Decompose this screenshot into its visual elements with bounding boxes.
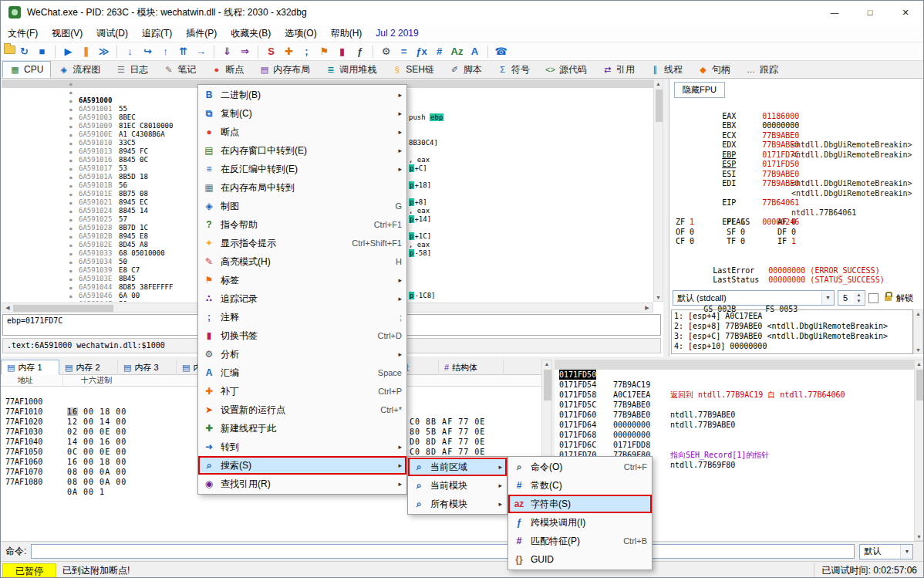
breakpoint-dot[interactable]: ● — [69, 156, 73, 164]
tab-symbols[interactable]: Σ 符号 — [490, 61, 538, 78]
menu-find-references[interactable]: ◉ 查找引用(R) ▸ — [198, 475, 406, 493]
register-row[interactable]: ESI77B9ABE0 <ntdll.DbgUiRemoteBreakin> — [676, 160, 922, 170]
menu-follow-in-dump[interactable]: ▤ 在内存窗口中转到(E) ▸ — [198, 141, 406, 160]
fx-icon[interactable]: ƒx — [413, 44, 430, 59]
step-over-icon[interactable]: ↪ — [139, 44, 157, 59]
preferences-icon[interactable]: A — [466, 44, 484, 59]
breakpoint-dot[interactable]: ● — [69, 181, 73, 190]
menu-plugins[interactable]: 插件(P) — [179, 24, 224, 42]
cpu-flag[interactable]: DF 0 — [777, 228, 828, 238]
stack-row[interactable]: 0171FD70 D60FE6D6 — [555, 440, 914, 450]
breakpoint-dot[interactable]: ● — [69, 173, 73, 181]
menu-binary[interactable]: B 二进制(B) ▸ — [198, 86, 406, 104]
register-row[interactable]: EBP0171FD7C — [676, 140, 922, 150]
stack-row[interactable]: 0171FD60 00000000 — [555, 400, 914, 410]
tab-call-stack[interactable]: ≣ 调用堆栈 — [318, 61, 384, 78]
stack-row[interactable]: 0171FD50 77B9AC19 返回到 ntdll.77B9AC19 自 n… — [555, 360, 914, 370]
tab-struct[interactable]: # 结构体 — [439, 360, 504, 375]
phone-icon[interactable]: ☎ — [492, 44, 510, 59]
calculator-icon[interactable]: = — [395, 44, 413, 59]
restart-icon[interactable]: ↻ — [15, 44, 33, 59]
menu-search-all-modules[interactable]: ⌕ 所有模块 ▸ — [408, 495, 507, 513]
step-out-icon[interactable]: ↑ — [157, 44, 174, 59]
scroll-up-icon[interactable]: ▲ — [654, 81, 663, 86]
unlock-checkbox[interactable] — [868, 293, 878, 303]
register-row[interactable]: ECX77B9ABE0 <ntdll.DbgUiRemoteBreakin> — [676, 121, 922, 131]
call-argument[interactable]: 2: [esp+8] 77B9ABE0 <ntdll.DbgUiRemoteBr… — [674, 321, 910, 331]
menu-file[interactable]: 文件(F) — [1, 24, 45, 42]
breakpoint-dot[interactable]: ● — [69, 207, 73, 215]
stop-icon[interactable]: ■ — [33, 44, 51, 59]
spin-up-icon[interactable]: ▲ — [854, 292, 864, 298]
breakpoint-dot[interactable]: ● — [69, 122, 73, 130]
menu-view[interactable]: 视图(V) — [45, 24, 89, 42]
argument-count-stepper[interactable]: 5▲▼ — [838, 290, 865, 306]
menu-analysis[interactable]: ⚙ 分析 ▸ — [198, 345, 406, 363]
breakpoint-dot[interactable]: ● — [69, 105, 73, 113]
breakpoint-dot[interactable]: ● — [69, 96, 73, 105]
maximize-button[interactable]: □ — [852, 1, 888, 24]
breakpoint-dot[interactable]: ● — [69, 198, 73, 207]
cpu-flag[interactable]: TF 0 — [727, 237, 777, 247]
tab-notes[interactable]: ✎ 笔记 — [156, 61, 204, 78]
tab-log[interactable]: ☰ 日志 — [108, 61, 156, 78]
menu-search-guid[interactable]: {} GUID — [508, 550, 652, 569]
run-to-return-icon[interactable]: ⇈ — [174, 44, 192, 59]
tab-source[interactable]: <> 源代码 — [538, 61, 595, 78]
register-row[interactable]: ESP0171FD50 — [676, 150, 922, 161]
stack-row[interactable]: 0171FD58 77B9ABE0 ntdll.77B9ABE0 — [555, 380, 914, 390]
spin-down-icon[interactable]: ▼ — [854, 298, 864, 304]
command-script-select[interactable]: 默认▼ — [859, 544, 913, 559]
close-button[interactable]: ✕ — [888, 1, 923, 24]
tab-references[interactable]: ⇄ 引用 — [595, 61, 642, 78]
stack-row[interactable]: 0171FD6C 77B69F80 ntdll.77B69F80 — [555, 430, 914, 440]
breakpoint-dot[interactable]: ● — [69, 88, 73, 96]
call-argument[interactable]: 1: [esp+4] A0C17EEA — [674, 311, 910, 321]
strings-icon[interactable]: Az — [448, 44, 466, 59]
menu-goto[interactable]: ➜ 转到 ▸ — [198, 438, 406, 456]
menu-toggle-bookmark[interactable]: ▮ 切换书签 Ctrl+D — [198, 326, 406, 345]
tab-handles[interactable]: ◆ 句柄 — [690, 61, 738, 78]
register-row[interactable] — [676, 198, 922, 208]
menu-breakpoint[interactable]: ● 断点 ▸ — [198, 123, 406, 141]
tab-dump-2[interactable]: ▤ 内存 2 — [59, 360, 118, 375]
breakpoint-dot[interactable]: ● — [69, 224, 73, 232]
register-row[interactable]: EAX01186000 — [676, 102, 922, 112]
breakpoint-dot[interactable]: ● — [69, 292, 73, 300]
breakpoint-dot[interactable]: ● — [69, 283, 73, 292]
args-scrollbar[interactable]: ▲ ▼ — [913, 309, 923, 354]
menu-search-constant[interactable]: # 常数(C) — [508, 476, 652, 495]
chevron-down-icon[interactable]: ▼ — [821, 291, 834, 305]
menu-graph[interactable]: ◈ 制图 G — [198, 197, 406, 215]
menu-patch[interactable]: ✚ 补丁 Ctrl+P — [198, 382, 406, 401]
menu-search-command[interactable]: ⌕ 命令(O) Ctrl+F — [508, 458, 652, 476]
tab-trace[interactable]: … 跟踪 — [738, 61, 786, 78]
menu-follow-in-disassembler[interactable]: ≡ 在反汇编中转到(E) ▸ — [198, 160, 406, 178]
register-row[interactable]: EDI77B9ABE0 <ntdll.DbgUiRemoteBreakin> — [676, 170, 922, 180]
tab-script[interactable]: ✐ 脚本 — [442, 61, 490, 78]
call-argument[interactable]: 3: [esp+C] 77B9ABE0 <ntdll.DbgUiRemoteBr… — [674, 331, 910, 341]
scroll-down-icon[interactable]: ▼ — [654, 295, 663, 300]
menu-trace-record[interactable]: ∴ 追踪记录 ▸ — [198, 289, 406, 308]
breakpoint-dot[interactable]: ● — [69, 113, 73, 122]
tab-memory-map[interactable]: ▤ 内存布局 — [251, 61, 318, 78]
breakpoint-dot[interactable]: ● — [69, 164, 73, 173]
menu-label[interactable]: ⚑ 标签 ▸ — [198, 271, 406, 289]
stack-row[interactable]: 0171FD64 00000000 — [555, 410, 914, 420]
register-row[interactable]: EBX00000000 — [676, 112, 922, 122]
menu-show-mnemonic-brief[interactable]: ✦ 显示指令提示 Ctrl+Shift+F1 — [198, 234, 406, 252]
menu-search-current-region[interactable]: ⌕ 当前区域 ▸ — [408, 458, 507, 476]
disasm-vertical-scrollbar[interactable]: ▲ ▼ — [653, 79, 663, 302]
breakpoint-dot[interactable]: ● — [69, 249, 73, 258]
menu-comment[interactable]: ; 注释 ; — [198, 308, 406, 326]
menu-copy[interactable]: ⧉ 复制(C) ▸ — [198, 104, 406, 123]
breakpoint-dot[interactable]: ● — [69, 258, 73, 266]
scroll-thumb[interactable] — [656, 90, 663, 122]
minimize-button[interactable]: — — [817, 1, 852, 24]
hide-fpu-button[interactable]: 隐藏FPU — [674, 82, 725, 98]
cpu-flag[interactable]: IF 1 — [777, 237, 828, 247]
breakpoint-dot[interactable]: ● — [69, 266, 73, 275]
label-icon[interactable]: ⚑ — [315, 44, 333, 59]
menu-trace[interactable]: 追踪(T) — [135, 24, 179, 42]
function-icon[interactable]: ƒ — [351, 44, 369, 59]
